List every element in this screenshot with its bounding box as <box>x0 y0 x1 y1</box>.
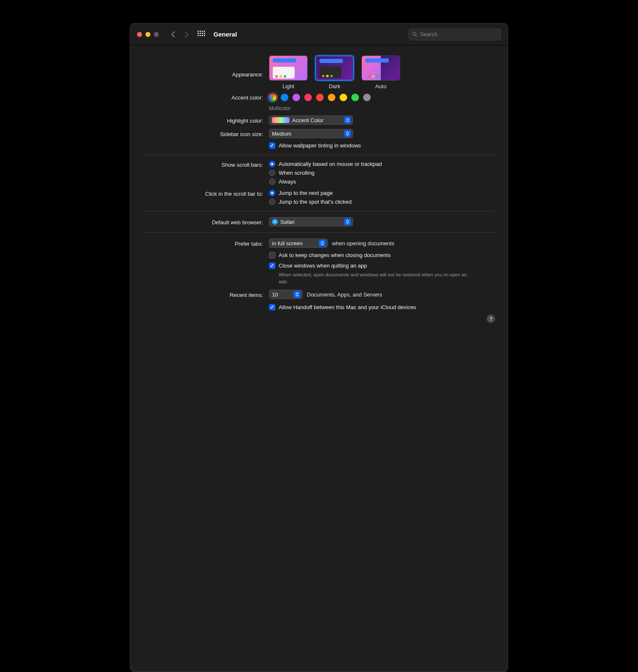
scrollbars-label: Show scroll bars: <box>143 161 269 168</box>
divider <box>143 155 495 155</box>
tabs-value: in full screen <box>272 240 303 247</box>
appearance-thumb-light <box>269 55 308 81</box>
search-field[interactable] <box>409 29 501 40</box>
scroll-click-radio-next[interactable]: Jump to the next page <box>269 190 333 196</box>
wallpaper-tint-checkbox[interactable]: Allow wallpaper tinting in windows <box>269 142 361 149</box>
accent-pink[interactable] <box>304 94 312 101</box>
scroll-click-radio-spot[interactable]: Jump to the spot that's clicked <box>269 199 352 205</box>
close-windows-checkbox[interactable]: Close windows when quitting an app <box>269 262 367 269</box>
help-button[interactable]: ? <box>487 315 495 323</box>
recent-suffix: Documents, Apps, and Servers <box>307 291 382 298</box>
nav-back-button[interactable] <box>168 29 178 39</box>
chevron-updown-icon <box>344 117 351 123</box>
accent-multicolor[interactable] <box>269 94 277 101</box>
page-title: General <box>214 31 237 38</box>
recent-label: Recent items: <box>143 291 269 298</box>
appearance-light-label: Light <box>282 83 294 89</box>
radio-icon <box>269 170 275 176</box>
preferences-window: General Appearance: Light <box>130 23 508 672</box>
scrollbars-radio-scrolling[interactable]: When scrolling <box>269 170 314 176</box>
chevron-updown-icon <box>344 130 351 137</box>
scroll-click-spot-label: Jump to the spot that's clicked <box>279 199 352 205</box>
checkbox-icon <box>269 142 275 149</box>
content: Appearance: Light <box>130 45 508 331</box>
recent-popup[interactable]: 10 <box>269 290 303 299</box>
highlight-label: Highlight color: <box>143 117 269 124</box>
radio-icon <box>269 161 275 167</box>
accent-color-picker <box>269 94 371 101</box>
accent-blue[interactable] <box>281 94 288 101</box>
close-windows-label: Close windows when quitting an app <box>279 262 367 269</box>
accent-selected-name: Multicolor <box>269 105 290 111</box>
scrollbars-scrolling-label: When scrolling <box>279 170 314 176</box>
sidebar-icon-value: Medium <box>272 131 291 137</box>
accent-orange[interactable] <box>328 94 335 101</box>
recent-value: 10 <box>272 291 278 298</box>
radio-icon <box>269 199 275 205</box>
appearance-option-auto[interactable]: Auto <box>361 55 400 89</box>
scrollbars-always-label: Always <box>279 178 296 185</box>
svg-line-1 <box>416 35 417 36</box>
chevron-updown-icon <box>294 291 301 298</box>
minimize-window-button[interactable] <box>145 32 150 37</box>
close-windows-help: When selected, open documents and window… <box>279 271 472 285</box>
checkbox-icon <box>269 262 275 269</box>
handoff-checkbox[interactable]: Allow Handoff between this Mac and your … <box>269 304 416 310</box>
scroll-click-label: Click in the scroll bar to: <box>143 190 269 197</box>
titlebar: General <box>130 24 508 45</box>
appearance-option-light[interactable]: Light <box>269 55 308 89</box>
sidebar-icon-popup[interactable]: Medium <box>269 129 353 138</box>
search-input[interactable] <box>420 31 497 37</box>
close-window-button[interactable] <box>137 32 142 37</box>
appearance-thumb-auto <box>361 55 400 81</box>
tabs-label: Prefer tabs: <box>143 240 269 247</box>
nav-forward-button[interactable] <box>182 29 192 39</box>
show-all-icon[interactable] <box>198 31 205 38</box>
safari-icon <box>272 219 278 225</box>
chevron-updown-icon <box>344 218 351 225</box>
ask-keep-checkbox[interactable]: Ask to keep changes when closing documen… <box>269 252 391 258</box>
highlight-swatch-icon <box>272 117 290 123</box>
browser-value: Safari <box>280 219 295 225</box>
browser-label: Default web browser: <box>143 218 269 226</box>
sidebar-icon-label: Sidebar icon size: <box>143 130 269 137</box>
scrollbars-radio-auto[interactable]: Automatically based on mouse or trackpad <box>269 161 382 167</box>
search-icon <box>412 32 418 37</box>
appearance-auto-label: Auto <box>375 83 387 89</box>
accent-yellow[interactable] <box>340 94 347 101</box>
appearance-label: Appearance: <box>143 55 269 78</box>
scrollbars-auto-label: Automatically based on mouse or trackpad <box>279 161 382 167</box>
divider <box>143 232 495 233</box>
appearance-dark-label: Dark <box>329 83 340 89</box>
accent-red[interactable] <box>316 94 324 101</box>
accent-purple[interactable] <box>293 94 300 101</box>
appearance-option-dark[interactable]: Dark <box>315 55 354 89</box>
accent-green[interactable] <box>351 94 359 101</box>
help-row: ? <box>143 315 495 323</box>
radio-icon <box>269 178 275 185</box>
accent-gray[interactable] <box>363 94 371 101</box>
highlight-value: Accent Color <box>292 117 323 123</box>
ask-keep-label: Ask to keep changes when closing documen… <box>279 252 391 258</box>
radio-icon <box>269 190 275 196</box>
window-controls <box>137 32 159 37</box>
highlight-popup[interactable]: Accent Color <box>269 116 353 125</box>
browser-popup[interactable]: Safari <box>269 217 353 226</box>
scrollbars-radio-always[interactable]: Always <box>269 178 296 185</box>
chevron-updown-icon <box>319 240 326 247</box>
appearance-thumb-dark <box>315 55 354 81</box>
tabs-popup[interactable]: in full screen <box>269 239 328 248</box>
tabs-suffix: when opening documents <box>332 240 394 247</box>
checkbox-icon <box>269 304 275 310</box>
accent-label: Accent color: <box>143 94 269 101</box>
divider <box>143 211 495 211</box>
scroll-click-next-label: Jump to the next page <box>279 190 333 196</box>
zoom-window-button[interactable] <box>154 32 159 37</box>
handoff-label: Allow Handoff between this Mac and your … <box>279 304 416 310</box>
checkbox-icon <box>269 252 275 258</box>
wallpaper-tint-label: Allow wallpaper tinting in windows <box>279 142 361 149</box>
